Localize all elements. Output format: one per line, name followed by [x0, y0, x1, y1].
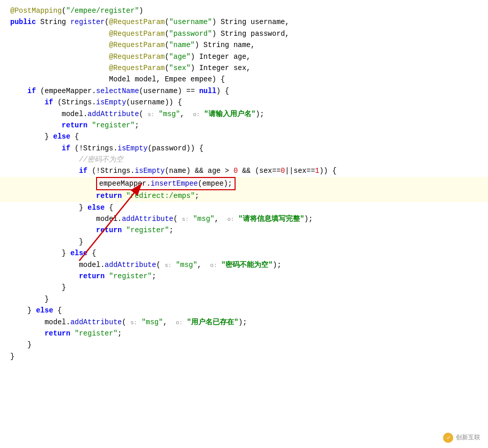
- annotation-postmapping: @PostMapping: [10, 7, 62, 15]
- code-container: @PostMapping("/empee/register") public S…: [0, 0, 488, 448]
- code-line-14: //密码不为空: [0, 154, 488, 165]
- code-line-17: return "redirect:/emps";: [0, 190, 488, 201]
- code-line-30: }: [0, 339, 488, 350]
- code-line-6: @RequestParam("sex") Integer sex,: [0, 62, 488, 74]
- code-line-31: }: [0, 351, 488, 362]
- code-line-8: if (empeeMapper.selectName(username) == …: [0, 85, 488, 97]
- code-line-4: @RequestParam("name") String name,: [0, 39, 488, 51]
- code-line-7: Model model, Empee empee) {: [0, 74, 488, 85]
- code-line-10: model.addAttribute( s: "msg", o: "请输入用户名…: [0, 108, 488, 120]
- code-line-3: @RequestParam("password") String passwor…: [0, 28, 488, 39]
- code-line-13: if (!Strings.isEmpty(password)) {: [0, 143, 488, 154]
- code-line-1: @PostMapping("/empee/register"): [0, 5, 488, 16]
- watermark-icon: ✓: [443, 433, 453, 443]
- code-line-21: }: [0, 236, 488, 248]
- code-line-24: return "register";: [0, 271, 488, 282]
- code-line-16: empeeMapper.insertEmpee(empee);: [0, 177, 488, 190]
- code-line-20: return "register";: [0, 225, 488, 236]
- code-line-5: @RequestParam("age") Integer age,: [0, 51, 488, 62]
- code-line-23: model.addAttribute( s: "msg", o: "密码不能为空…: [0, 259, 488, 271]
- code-line-27: } else {: [0, 305, 488, 316]
- red-box-highlight: empeeMapper.insertEmpee(empee);: [96, 177, 235, 190]
- code-line-28: model.addAttribute( s: "msg", o: "用户名已存在…: [0, 317, 488, 328]
- code-line-22: } else {: [0, 248, 488, 259]
- code-line-26: }: [0, 294, 488, 305]
- code-line-12: } else {: [0, 131, 488, 142]
- code-line-18: } else {: [0, 202, 488, 213]
- code-line-15: if (!Strings.isEmpty(name) && age > 0 &&…: [0, 165, 488, 176]
- watermark-text: 创新互联: [456, 433, 480, 442]
- code-line-25: }: [0, 282, 488, 293]
- watermark: ✓ 创新互联: [443, 433, 480, 443]
- code-line-9: if (Strings.isEmpty(username)) {: [0, 97, 488, 108]
- code-line-29: return "register";: [0, 328, 488, 339]
- code-line-19: model.addAttribute( s: "msg", o: "请将信息填写…: [0, 213, 488, 225]
- code-line-2: public String register(@RequestParam("us…: [0, 16, 488, 28]
- code-line-11: return "register";: [0, 120, 488, 131]
